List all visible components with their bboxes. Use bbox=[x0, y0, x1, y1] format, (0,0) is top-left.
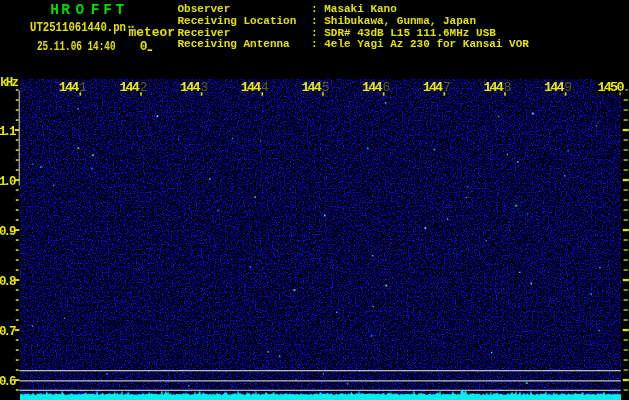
svg-text:2: 2 bbox=[140, 80, 148, 95]
svg-text:meteor: meteor bbox=[129, 25, 176, 40]
svg-text:: Shibukawa, Gunma, Japan: : Shibukawa, Gunma, Japan bbox=[311, 15, 476, 27]
svg-text:6: 6 bbox=[382, 80, 390, 95]
svg-text:7: 7 bbox=[443, 80, 451, 95]
svg-text:Receiving Antenna: Receiving Antenna bbox=[178, 38, 291, 50]
svg-text:Observer: Observer bbox=[178, 3, 231, 15]
svg-text:144: 144 bbox=[423, 80, 444, 95]
svg-text:144: 144 bbox=[59, 80, 80, 95]
svg-text:: 4ele Yagi Az 230 for Kansai: : 4ele Yagi Az 230 for Kansai VOR bbox=[311, 38, 529, 50]
svg-text:144: 144 bbox=[544, 80, 565, 95]
svg-text:5: 5 bbox=[322, 80, 330, 95]
svg-text:: Masaki Kano: : Masaki Kano bbox=[311, 3, 397, 15]
svg-text:144: 144 bbox=[241, 80, 261, 95]
svg-text:0.9: 0.9 bbox=[0, 225, 17, 239]
svg-text:kHz: kHz bbox=[0, 76, 19, 90]
svg-text:144: 144 bbox=[119, 80, 139, 95]
svg-text:0.7: 0.7 bbox=[0, 325, 17, 339]
svg-text:3: 3 bbox=[200, 80, 208, 95]
svg-text:Receiver: Receiver bbox=[178, 27, 231, 39]
svg-text:Receiving Location: Receiving Location bbox=[178, 15, 297, 27]
svg-text:144: 144 bbox=[483, 80, 504, 95]
svg-text:1450: 1450 bbox=[598, 80, 625, 95]
svg-text:: SDR# 43dB L15 111.6MHz USB: : SDR# 43dB L15 111.6MHz USB bbox=[311, 27, 496, 39]
svg-text:144: 144 bbox=[362, 80, 383, 95]
svg-text:1.1: 1.1 bbox=[0, 125, 17, 139]
svg-text:144: 144 bbox=[180, 80, 201, 95]
svg-text:25.11.06 14:40: 25.11.06 14:40 bbox=[37, 39, 116, 54]
svg-text:9: 9 bbox=[564, 80, 572, 95]
svg-text:1: 1 bbox=[79, 80, 87, 95]
svg-text:4: 4 bbox=[261, 80, 269, 95]
svg-text:0: 0 bbox=[140, 39, 148, 54]
svg-text:1.0: 1.0 bbox=[0, 175, 17, 189]
svg-text:144: 144 bbox=[301, 80, 322, 95]
svg-text:UT2511061440.pn: UT2511061440.pn bbox=[30, 20, 126, 35]
svg-text:0.8: 0.8 bbox=[0, 275, 17, 289]
svg-text:0.6: 0.6 bbox=[0, 375, 17, 389]
svg-text:8: 8 bbox=[504, 80, 512, 95]
